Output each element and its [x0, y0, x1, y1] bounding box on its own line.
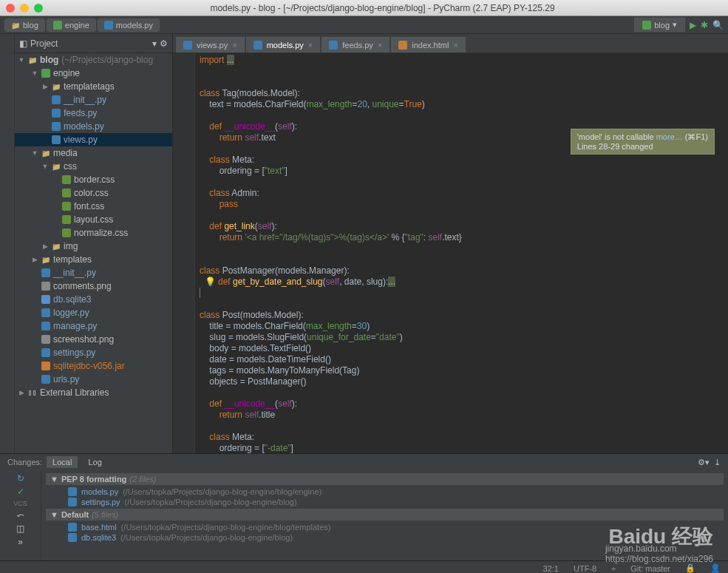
tree-item[interactable]: ▶img	[15, 240, 172, 253]
close-tab-icon[interactable]: ×	[308, 41, 313, 50]
tree-item-label: color.css	[74, 188, 109, 198]
change-file[interactable]: settings.py (/Users/topka/Projects/djang…	[46, 497, 724, 507]
settings-icon[interactable]: ⚙	[160, 38, 168, 49]
code-content[interactable]: import ... class Tag(models.Model): text…	[195, 53, 728, 453]
editor-tab[interactable]: models.py×	[246, 37, 321, 52]
close-window-button[interactable]	[6, 4, 15, 13]
tree-item[interactable]: __init__.py	[15, 93, 172, 106]
expand-arrow[interactable]: ▼	[31, 69, 38, 77]
breadcrumb-item[interactable]: engine	[47, 18, 96, 32]
folder-icon	[41, 148, 50, 158]
tool-window-stripe-left[interactable]	[0, 34, 15, 453]
code-editor[interactable]: import ... class Tag(models.Model): text…	[173, 53, 728, 453]
editor-tab[interactable]: views.py×	[176, 37, 245, 52]
expand-arrow[interactable]: ▶	[18, 389, 25, 396]
tree-item-label: models.py	[64, 121, 104, 132]
tree-item[interactable]: urls.py	[15, 373, 172, 386]
expand-arrow[interactable]: ▶	[31, 256, 38, 263]
folder-icon	[41, 254, 50, 265]
run-button[interactable]: ▶	[690, 20, 696, 30]
hector-icon[interactable]: 👤	[710, 563, 721, 573]
tab-label: views.py	[197, 41, 228, 50]
changes-tab-local[interactable]: Local	[47, 456, 78, 468]
expand-arrow[interactable]: ▼	[18, 56, 25, 64]
expand-arrow[interactable]: ▶	[41, 83, 49, 90]
search-icon[interactable]: 🔍	[712, 20, 724, 30]
tree-item[interactable]: color.css	[15, 186, 172, 200]
tree-item[interactable]: models.py	[15, 120, 172, 133]
file-encoding[interactable]: UTF-8	[574, 564, 596, 573]
tree-item[interactable]: manage.py	[15, 319, 172, 333]
tree-item[interactable]: screenshot.png	[15, 333, 172, 346]
tree-item[interactable]: __init__.py	[15, 266, 172, 279]
tree-root[interactable]: ▼ blog (~/Projects/django-blog	[15, 53, 172, 67]
editor-tabs: views.py×models.py×feeds.py×index.html×	[173, 34, 728, 53]
rollback-icon[interactable]: ⤺	[17, 510, 24, 521]
tree-item[interactable]: comments.png	[15, 279, 172, 293]
breadcrumb-item[interactable]: blog	[4, 18, 45, 32]
run-config-selector[interactable]: blog▾	[634, 18, 685, 32]
expand-arrow[interactable]: ▼	[31, 149, 38, 157]
tree-item[interactable]: logger.py	[15, 306, 172, 319]
tree-item[interactable]: font.css	[15, 200, 172, 213]
close-tab-icon[interactable]: ×	[453, 41, 457, 50]
expand-arrow[interactable]: ▼	[50, 510, 58, 519]
editor-tab[interactable]: feeds.py×	[322, 37, 389, 52]
expand-arrow[interactable]: ▼	[41, 163, 49, 170]
tree-item[interactable]: feeds.py	[15, 106, 172, 120]
tree-item[interactable]: settings.py	[15, 346, 172, 359]
tree-item-label: sqlitejdbc-v056.jar	[53, 361, 125, 371]
expand-chevron[interactable]: »	[18, 537, 23, 547]
editor-gutter[interactable]	[173, 53, 195, 453]
tree-item[interactable]: layout.css	[15, 213, 172, 226]
caret-position[interactable]: 32:1	[543, 564, 559, 573]
tree-item-label: views.py	[64, 135, 98, 145]
tree-item[interactable]: border.css	[15, 173, 172, 186]
close-tab-icon[interactable]: ×	[232, 41, 237, 50]
jar-icon	[41, 362, 50, 370]
minimize-window-button[interactable]	[20, 4, 29, 13]
project-tree[interactable]: ▼ blog (~/Projects/django-blog ▼engine▶t…	[15, 53, 172, 453]
tree-item[interactable]: db.sqlite3	[15, 293, 172, 306]
breadcrumb: blog engine models.py	[4, 18, 160, 32]
tree-item[interactable]: sqlitejdbc-v056.jar	[15, 359, 172, 373]
diff-icon[interactable]: ◫	[16, 523, 24, 534]
hide-icon[interactable]: ⤓	[714, 458, 721, 467]
tree-item[interactable]: ▼engine	[15, 67, 172, 80]
expand-arrow[interactable]: ▶	[41, 243, 49, 250]
commit-icon[interactable]: ✓	[17, 486, 24, 497]
change-file-path: (/Users/topka/Projects/django-blog-engin…	[120, 533, 293, 542]
change-file[interactable]: models.py (/Users/topka/Projects/django-…	[46, 486, 724, 497]
tree-item[interactable]: ▶templatetags	[15, 80, 172, 93]
project-header[interactable]: ◧ Project ▾ ⚙	[15, 34, 172, 53]
settings-icon[interactable]: ⚙▾	[698, 458, 710, 467]
tree-item[interactable]: ▼media	[15, 146, 172, 160]
breadcrumb-item[interactable]: models.py	[98, 18, 160, 32]
watermark-sub: jingyan.baidu.comhttps://blog.csdn.net/x…	[605, 543, 713, 564]
expand-arrow[interactable]: ▼	[50, 475, 58, 484]
tree-item[interactable]: ▼css	[15, 160, 172, 173]
editor-tab[interactable]: index.html×	[391, 37, 466, 52]
change-group[interactable]: ▼ PEP 8 formatting (2 files)	[46, 473, 724, 485]
tree-item[interactable]: normalize.css	[15, 226, 172, 240]
tree-item-label: media	[53, 148, 78, 158]
line-ending-icon[interactable]: ÷	[611, 564, 616, 573]
refresh-icon[interactable]: ↻	[17, 473, 24, 484]
py-icon	[41, 322, 50, 330]
lock-icon[interactable]: 🔒	[685, 563, 695, 573]
close-tab-icon[interactable]: ×	[378, 41, 382, 50]
tree-item[interactable]: ▶templates	[15, 253, 172, 266]
external-libraries[interactable]: ▶ ⫾⫾ External Libraries	[15, 386, 172, 399]
maximize-window-button[interactable]	[34, 4, 43, 13]
py-icon	[52, 109, 61, 118]
debug-button[interactable]: ✱	[701, 20, 708, 30]
change-group[interactable]: ▼ Default (5 files)	[46, 509, 724, 521]
changes-tab-log[interactable]: Log	[82, 456, 107, 468]
tree-item[interactable]: views.py	[15, 133, 172, 146]
chevron-down-icon[interactable]: ▾	[152, 38, 157, 49]
python-icon	[104, 21, 113, 30]
change-file-name: db.sqlite3	[81, 533, 116, 542]
change-file-name: settings.py	[81, 498, 120, 506]
git-branch[interactable]: Git: master	[630, 564, 670, 573]
tooltip-more-link[interactable]: more…	[656, 132, 683, 141]
